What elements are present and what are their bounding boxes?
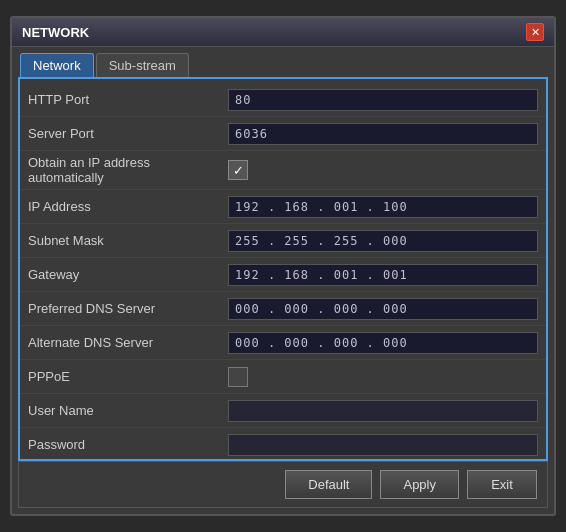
ip-address-row: IP Address [20,190,546,224]
alternate-dns-label: Alternate DNS Server [28,335,228,350]
network-window: NETWORK ✕ Network Sub-stream HTTP Port S… [10,16,556,516]
exit-button[interactable]: Exit [467,470,537,499]
pppoe-label: PPPoE [28,369,228,384]
password-label: Password [28,437,228,452]
preferred-dns-row: Preferred DNS Server [20,292,546,326]
server-port-input[interactable] [228,123,538,145]
tab-network[interactable]: Network [20,53,94,77]
user-name-row: User Name [20,394,546,428]
window-title: NETWORK [22,25,89,40]
password-input[interactable] [228,434,538,456]
preferred-dns-input[interactable] [228,298,538,320]
pppoe-checkbox[interactable] [228,367,248,387]
http-port-row: HTTP Port [20,83,546,117]
user-name-label: User Name [28,403,228,418]
gateway-label: Gateway [28,267,228,282]
preferred-dns-label: Preferred DNS Server [28,301,228,316]
default-button[interactable]: Default [285,470,372,499]
ip-address-input[interactable] [228,196,538,218]
tab-bar: Network Sub-stream [12,47,554,77]
password-row: Password [20,428,546,459]
ip-address-label: IP Address [28,199,228,214]
alternate-dns-row: Alternate DNS Server [20,326,546,360]
user-name-input[interactable] [228,400,538,422]
subnet-mask-input[interactable] [228,230,538,252]
http-port-label: HTTP Port [28,92,228,107]
obtain-ip-checkbox[interactable] [228,160,248,180]
title-bar: NETWORK ✕ [12,18,554,47]
content-area: HTTP Port Server Port Obtain an IP addre… [18,77,548,461]
server-port-label: Server Port [28,126,228,141]
apply-button[interactable]: Apply [380,470,459,499]
subnet-mask-row: Subnet Mask [20,224,546,258]
gateway-input[interactable] [228,264,538,286]
tab-substream[interactable]: Sub-stream [96,53,189,77]
footer: Default Apply Exit [18,461,548,508]
http-port-input[interactable] [228,89,538,111]
gateway-row: Gateway [20,258,546,292]
pppoe-row: PPPoE [20,360,546,394]
form-area: HTTP Port Server Port Obtain an IP addre… [20,79,546,459]
close-button[interactable]: ✕ [526,23,544,41]
obtain-ip-row: Obtain an IP address automatically [20,151,546,190]
obtain-ip-label: Obtain an IP address automatically [28,155,228,185]
subnet-mask-label: Subnet Mask [28,233,228,248]
server-port-row: Server Port [20,117,546,151]
alternate-dns-input[interactable] [228,332,538,354]
